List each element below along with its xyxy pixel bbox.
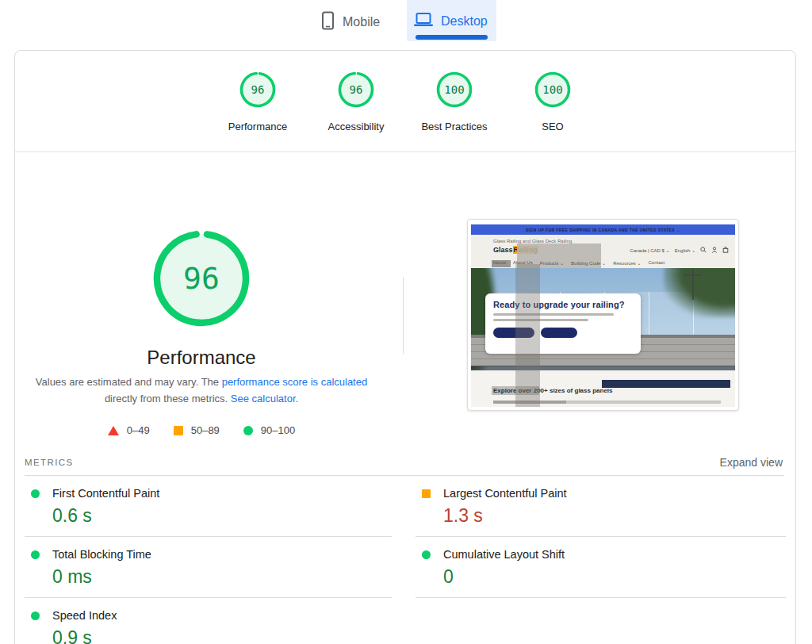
preview-explore-section: Explore over 200+ sizes of glass panels [471,370,735,407]
blurred-text-bar [493,313,614,316]
metric-value: 0 [443,566,786,588]
metric-row-first-contentful-paint: First Contentful Paint 0.6 s [25,476,392,537]
gauge-label: Best Practices [421,121,487,132]
account-icon [711,247,718,253]
gauge-performance[interactable]: 96 Performance [221,71,294,132]
preview-hero-title: Ready to upgrade your railing? [493,300,633,310]
cart-icon [722,247,729,253]
pass-circle-icon [31,550,40,559]
performance-main-gauge: 96 [152,229,251,328]
legend-average: 50–89 [174,424,220,436]
tab-mobile-label: Mobile [343,15,380,29]
preview-nav-item: Home [493,260,506,266]
preview-site-header: Glass Railing and Glass Deck Railing Gla… [471,235,735,268]
gauge-score: 100 [534,71,571,108]
average-square-icon [422,489,431,498]
gauge-label: Performance [228,121,287,132]
preview-products-button [541,328,577,338]
preview-nav-item: Contact [649,260,665,266]
section-divider [15,151,795,152]
preview-explore-heading: Explore over 200+ sizes of glass panels [493,387,613,394]
metric-value: 0 ms [52,566,392,588]
preview-header-controls: Canada | CAD $ ⌄ English ⌄ [630,247,729,253]
preview-scroll-overlay-strip [515,264,540,407]
expand-view-button[interactable]: Expand view [720,456,783,469]
promo-banner-text: SIGN UP FOR FREE SHIPPING IN CANADA AND … [526,228,680,232]
score-legend: 0–49 50–89 90–100 [15,424,388,436]
legend-range: 50–89 [191,424,220,436]
gauge-best-practices[interactable]: 100 Best Practices [418,71,491,132]
metric-value: 1.3 s [443,505,786,527]
gauge-score: 96 [239,71,276,108]
vertical-divider [403,277,404,354]
preview-nav-item: Resources ⌄ [613,260,641,266]
legend-range: 90–100 [261,424,295,436]
gauge-label: SEO [542,121,563,132]
preview-dark-strip [602,380,730,388]
fail-triangle-icon [108,426,119,435]
disclaimer-text: directly from these metrics. [105,393,231,404]
legend-range: 0–49 [127,424,150,436]
tab-desktop[interactable]: Desktop [413,11,488,32]
category-gauges-row: 96 Performance 96 Accessibility 100 Best… [15,71,795,132]
see-calculator-link[interactable]: See calculator. [231,393,298,404]
blurred-text-bar [493,319,588,321]
preview-nav-item: Building Code ⌄ [571,260,606,266]
legend-pass: 90–100 [243,424,295,436]
preview-language: English ⌄ [675,247,695,253]
pass-circle-icon [31,611,40,620]
logo-text: Glass [493,246,513,254]
pass-circle-icon [243,426,253,435]
preview-hero: Ready to upgrade your railing? [471,268,735,370]
metric-value: 0.6 s [52,505,392,527]
active-tab-indicator [416,35,488,40]
metrics-column-right: Largest Contentful Paint 1.3 s Cumulativ… [416,476,786,598]
metric-row-largest-contentful-paint: Largest Contentful Paint 1.3 s [416,476,786,537]
disclaimer-text: Values are estimated and may vary. The [36,376,222,388]
metric-name: Speed Index [52,609,117,622]
search-icon [700,247,707,253]
metric-name: Total Blocking Time [52,548,151,561]
legend-fail: 0–49 [108,424,150,436]
performance-disclaimer: Values are estimated and may vary. The p… [27,374,376,407]
metrics-column-left: First Contentful Paint 0.6 s Total Block… [25,476,392,644]
preview-promo-banner: SIGN UP FOR FREE SHIPPING IN CANADA AND … [471,224,735,235]
metrics-section-label: METRICS [25,458,74,467]
metric-row-speed-index: Speed Index 0.9 s [25,598,392,644]
gauge-label: Accessibility [328,121,385,132]
metric-row-total-blocking-time: Total Blocking Time 0 ms [25,537,392,598]
tab-desktop-label: Desktop [441,14,488,29]
utility-pole-crossbar [684,274,702,276]
performance-main-score: 96 [152,229,251,328]
gauge-score: 96 [338,71,374,108]
pass-circle-icon [422,550,431,559]
desktop-laptop-icon [413,11,434,32]
score-calculated-link[interactable]: performance score is calculated [222,376,368,388]
gauge-accessibility[interactable]: 96 Accessibility [320,71,393,132]
metric-row-cumulative-layout-shift: Cumulative Layout Shift 0 [416,537,786,598]
pagespeed-report: Mobile Desktop 96 Performance 96 A [0,0,812,644]
metric-name: First Contentful Paint [52,487,159,500]
gauge-score: 100 [436,71,473,108]
metric-name: Largest Contentful Paint [443,487,567,500]
average-square-icon [174,426,183,435]
preview-locale: Canada | CAD $ ⌄ [630,247,669,253]
preview-hero-card: Ready to upgrade your railing? [485,293,641,354]
tab-mobile[interactable]: Mobile [320,11,380,33]
site-preview-thumbnail: SIGN UP FOR FREE SHIPPING IN CANADA AND … [467,219,739,411]
mobile-phone-icon [320,11,335,33]
metric-value: 0.9 s [52,627,392,644]
performance-section-title: Performance [15,347,388,369]
pass-circle-icon [31,489,40,498]
report-card: 96 Performance 96 Accessibility 100 Best… [14,50,796,644]
gauge-seo[interactable]: 100 SEO [516,71,589,132]
metric-name: Cumulative Layout Shift [443,548,565,561]
preview-nav-item: Products ⌄ [540,260,564,266]
